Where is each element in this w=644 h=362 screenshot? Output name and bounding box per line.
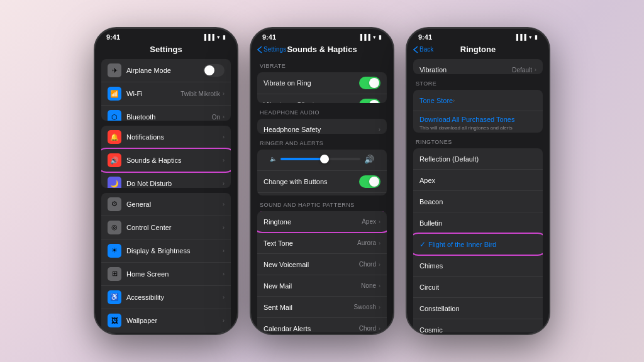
control-center-chevron: › bbox=[223, 224, 225, 231]
vibration-label: Vibration bbox=[419, 66, 512, 74]
vibrate-silent-item[interactable]: Vibrate on Silent bbox=[257, 94, 387, 103]
wifi-label: Wi-Fi bbox=[126, 90, 180, 97]
ringtone-flight-label: Flight of the Inner Bird bbox=[428, 241, 536, 248]
vibration-item[interactable]: Vibration Default › bbox=[413, 59, 543, 74]
airplane-mode-item[interactable]: ✈ Airplane Mode bbox=[101, 59, 231, 82]
calendar-chevron: › bbox=[379, 326, 380, 332]
download-item[interactable]: Download All Purchased Tones This will d… bbox=[413, 111, 543, 133]
settings-title: Settings bbox=[150, 45, 182, 54]
ringtone-chimes[interactable]: Chimes bbox=[413, 255, 543, 277]
new-voicemail-label: New Voicemail bbox=[264, 261, 359, 268]
ringer-group: 🔈 🔊 Change with Buttons Th bbox=[257, 150, 387, 195]
tone-store-chevron: › bbox=[453, 97, 455, 104]
ringer-desc-item: The volume of the ringer and alerts can … bbox=[257, 193, 387, 195]
change-buttons-label: Change with Buttons bbox=[264, 178, 359, 185]
headphone-safety-item[interactable]: Headphone Safety › bbox=[257, 119, 387, 134]
ringer-slider-item: 🔈 🔊 bbox=[257, 150, 387, 171]
change-buttons-item[interactable]: Change with Buttons bbox=[257, 171, 387, 193]
general-item[interactable]: ⚙ General › bbox=[101, 193, 231, 216]
calendar-alerts-label: Calendar Alerts bbox=[264, 325, 359, 332]
home-screen-item[interactable]: ⊞ Home Screen › bbox=[101, 263, 231, 286]
vibration-group: Vibration Default › bbox=[413, 59, 543, 74]
control-center-label: Control Center bbox=[126, 224, 223, 231]
display-item[interactable]: ☀ Display & Brightness › bbox=[101, 239, 231, 263]
calendar-alerts-item[interactable]: Calendar Alerts Chord › bbox=[257, 318, 387, 332]
display-icon: ☀ bbox=[108, 244, 121, 258]
new-voicemail-item[interactable]: New Voicemail Chord › bbox=[257, 254, 387, 275]
phone-ringtone: 9:41 ▐▐▐ ▾ ▮ Back Ringtone Vibration bbox=[406, 27, 550, 335]
status-bar-2: 9:41 ▐▐▐ ▾ ▮ bbox=[251, 28, 393, 43]
ringtone-nav: Back Ringtone bbox=[407, 43, 549, 58]
sent-mail-value: Swoosh bbox=[353, 304, 376, 310]
accessibility-item[interactable]: ♿ Accessibility › bbox=[101, 286, 231, 309]
settings-scroll: ✈ Airplane Mode 📶 Wi-Fi Twibit Mikrotik … bbox=[95, 58, 237, 334]
dnd-chevron: › bbox=[223, 180, 225, 187]
sounds-nav: Settings Sounds & Haptics bbox=[251, 43, 393, 58]
ringtone-cosmic[interactable]: Cosmic bbox=[413, 319, 543, 332]
bluetooth-item[interactable]: ⬡ Bluetooth On › bbox=[101, 106, 231, 121]
home-screen-label: Home Screen bbox=[126, 270, 223, 278]
vibrate-silent-label: Vibrate on Silent bbox=[264, 101, 359, 103]
ringtone-flight[interactable]: ✓ Flight of the Inner Bird bbox=[413, 234, 543, 255]
wifi-item[interactable]: 📶 Wi-Fi Twibit Mikrotik › bbox=[101, 82, 231, 106]
ringer-section-header: RINGER AND ALERTS bbox=[251, 135, 393, 148]
new-mail-chevron: › bbox=[379, 283, 380, 289]
ringtone-constellation[interactable]: Constellation bbox=[413, 298, 543, 319]
ringer-low-icon: 🔈 bbox=[270, 156, 277, 162]
notifications-item[interactable]: 🔔 Notifications › bbox=[101, 126, 231, 149]
ringtone-bulletin-label: Bulletin bbox=[419, 219, 536, 227]
vibrate-ring-item[interactable]: Vibrate on Ring bbox=[257, 72, 387, 94]
text-tone-item[interactable]: Text Tone Aurora › bbox=[257, 233, 387, 254]
wallpaper-chevron: › bbox=[223, 317, 225, 324]
ringtone-back-button[interactable]: Back bbox=[413, 46, 433, 53]
wallpaper-icon: 🖼 bbox=[108, 314, 121, 327]
control-center-item[interactable]: ◎ Control Center › bbox=[101, 216, 231, 239]
new-mail-item[interactable]: New Mail None › bbox=[257, 275, 387, 297]
headphone-safety-chevron: › bbox=[379, 126, 380, 133]
ringtone-chevron: › bbox=[379, 219, 380, 225]
ringtone-circuit-label: Circuit bbox=[419, 283, 536, 291]
ringtone-bulletin[interactable]: Bulletin bbox=[413, 212, 543, 234]
ringtone-reflection[interactable]: Reflection (Default) bbox=[413, 148, 543, 170]
vibrate-ring-toggle[interactable] bbox=[359, 77, 380, 89]
airplane-icon: ✈ bbox=[108, 63, 121, 77]
wifi-chevron: › bbox=[223, 90, 225, 97]
settings-screen: 9:41 ▐▐▐ ▾ ▮ Settings ✈ Airplane Mode bbox=[95, 28, 237, 334]
status-time-2: 9:41 bbox=[262, 33, 276, 41]
notif-chevron: › bbox=[223, 134, 225, 140]
vibrate-group: Vibrate on Ring Vibrate on Silent bbox=[257, 72, 387, 103]
ringtone-item[interactable]: Ringtone Apex › bbox=[257, 211, 387, 233]
ringtone-apex[interactable]: Apex bbox=[413, 170, 543, 191]
ringtone-back-label: Back bbox=[419, 46, 433, 53]
ringtone-label: Ringtone bbox=[264, 218, 362, 226]
ringtone-circuit[interactable]: Circuit bbox=[413, 277, 543, 298]
settings-group-3: ⚙ General › ◎ Control Center › ☀ Display… bbox=[101, 193, 231, 332]
wifi-value: Twibit Mikrotik bbox=[180, 90, 220, 97]
battery-icon: ▮ bbox=[223, 34, 226, 40]
general-label: General bbox=[126, 200, 223, 208]
sounds-haptics-item[interactable]: 🔊 Sounds & Haptics › bbox=[101, 149, 231, 172]
ringer-slider-track[interactable] bbox=[280, 158, 360, 160]
change-buttons-toggle[interactable] bbox=[359, 175, 380, 188]
sounds-back-button[interactable]: Settings bbox=[257, 46, 286, 53]
signal-icon-3: ▐▐▐ bbox=[514, 34, 526, 40]
store-section-header: STORE bbox=[407, 75, 549, 89]
airplane-toggle[interactable] bbox=[203, 64, 225, 77]
do-not-disturb-item[interactable]: 🌙 Do Not Disturb › bbox=[101, 172, 231, 187]
tone-store-item[interactable]: Tone Store › bbox=[413, 90, 543, 111]
wifi-icon-item: 📶 bbox=[108, 87, 121, 101]
sounds-icon: 🔊 bbox=[108, 153, 121, 167]
vibrate-section-header: VIBRATE bbox=[251, 58, 393, 71]
ringtone-reflection-label: Reflection (Default) bbox=[419, 155, 536, 163]
sent-mail-item[interactable]: Sent Mail Swoosh › bbox=[257, 297, 387, 318]
sounds-title: Sounds & Haptics bbox=[287, 45, 357, 54]
back-chevron-icon bbox=[257, 46, 262, 53]
download-label: Download All Purchased Tones bbox=[419, 116, 514, 123]
ringtone-beacon[interactable]: Beacon bbox=[413, 191, 543, 212]
notifications-icon: 🔔 bbox=[108, 130, 121, 144]
wallpaper-item[interactable]: 🖼 Wallpaper › bbox=[101, 309, 231, 332]
accessibility-chevron: › bbox=[223, 294, 225, 300]
sounds-label: Sounds & Haptics bbox=[126, 156, 223, 164]
vibrate-silent-toggle[interactable] bbox=[359, 99, 380, 103]
status-icons-1: ▐▐▐ ▾ ▮ bbox=[203, 34, 226, 40]
